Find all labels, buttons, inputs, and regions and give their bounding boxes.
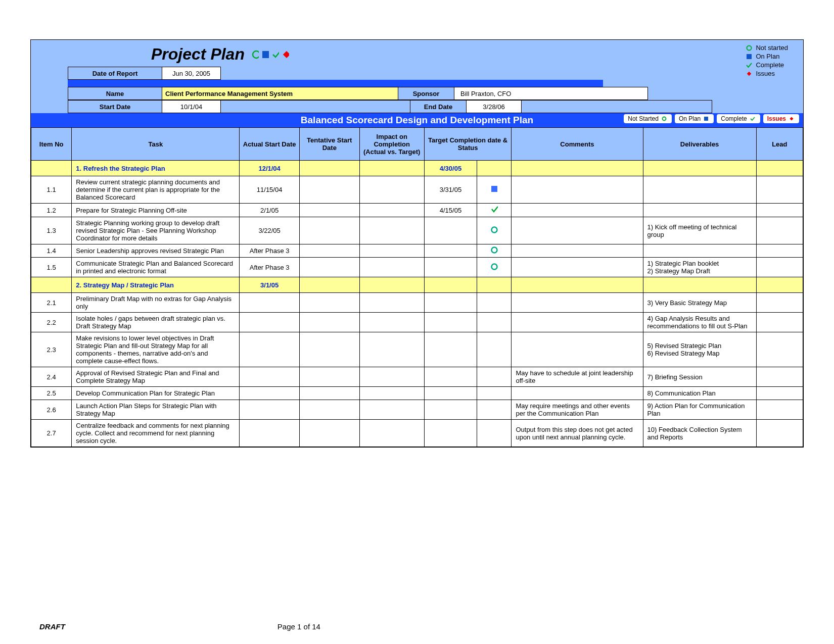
cell-comments — [512, 293, 643, 313]
cell-comments: May require meetings and other events pe… — [512, 400, 643, 420]
cell-item-no: 2.5 — [31, 387, 72, 400]
col-lead: Lead — [756, 128, 803, 161]
page-title: Project Plan — [151, 45, 245, 64]
cell-deliverables: 1) Kick off meeting of technical group — [643, 217, 756, 244]
circle-icon — [746, 44, 753, 52]
cell-item-no: 2.6 — [31, 400, 72, 420]
cell-target-date — [424, 332, 477, 367]
table-row: 2.6 Launch Action Plan Steps for Strateg… — [31, 400, 803, 420]
filler — [221, 101, 410, 113]
cell-lead — [756, 367, 803, 387]
table-row: 2.5 Develop Communication Plan for Strat… — [31, 387, 803, 400]
blue-divider — [68, 80, 603, 87]
cell-target-date — [424, 367, 477, 387]
cell-deliverables: 9) Action Plan for Communication Plan — [643, 400, 756, 420]
cell-deliverables — [643, 204, 756, 217]
filter-issues-button[interactable]: Issues — [763, 114, 799, 123]
cell-item-no: 1.3 — [31, 217, 72, 244]
cell-actual-start — [240, 387, 300, 400]
cell-item-no: 2.1 — [31, 293, 72, 313]
legend: Not started On Plan Complete Issues — [746, 43, 788, 78]
table-row: 1.3 Strategic Planning working group to … — [31, 217, 803, 244]
diamond-icon — [746, 70, 753, 77]
status-icon — [491, 263, 498, 270]
cell-actual-start — [240, 313, 300, 332]
cell-tentative-start — [299, 293, 359, 313]
svg-point-12 — [491, 264, 497, 269]
cell-status — [477, 204, 512, 217]
svg-point-3 — [747, 45, 752, 50]
cell-impact — [359, 387, 424, 400]
cell-lead — [756, 293, 803, 313]
cell-task: Communicate Strategic Plan and Balanced … — [72, 258, 240, 277]
cell-status — [477, 217, 512, 244]
diamond-icon — [282, 51, 289, 58]
cell-tentative-start — [299, 367, 359, 387]
diamond-icon — [788, 115, 795, 122]
cell-impact — [359, 420, 424, 447]
cell-lead — [756, 176, 803, 204]
cell-impact — [359, 367, 424, 387]
cell-tentative-start — [299, 176, 359, 204]
cell-impact — [359, 244, 424, 258]
cell-target-date — [424, 420, 477, 447]
check-icon — [749, 115, 756, 122]
status-icon — [491, 299, 498, 306]
cell-deliverables — [643, 244, 756, 258]
cell-comments — [512, 258, 643, 277]
cell-status — [477, 367, 512, 387]
table-row: 2.2 Isolate holes / gaps between draft s… — [31, 313, 803, 332]
cell-task: Prepare for Strategic Planning Off-site — [72, 204, 240, 217]
check-icon — [746, 62, 753, 69]
cell-comments — [512, 387, 643, 400]
cell-item-no: 1.4 — [31, 244, 72, 258]
cell-status — [477, 313, 512, 332]
svg-point-6 — [662, 117, 666, 121]
cell-item-no: 1.2 — [31, 204, 72, 217]
cell-task: Centralize feedback and comments for nex… — [72, 420, 240, 447]
cell-target-date — [424, 217, 477, 244]
table-row: 2.1 Preliminary Draft Map with no extras… — [31, 293, 803, 313]
svg-rect-7 — [704, 117, 708, 121]
cell-item-no: 2.7 — [31, 420, 72, 447]
svg-point-11 — [491, 247, 497, 253]
cell-comments — [512, 313, 643, 332]
col-tentative-start: Tentative Start Date — [299, 128, 359, 161]
cell-deliverables: 10) Feedback Collection System and Repor… — [643, 420, 756, 447]
cell-comments — [512, 204, 643, 217]
cell-impact — [359, 332, 424, 367]
table-row: 2.4 Approval of Revised Strategic Plan a… — [31, 367, 803, 387]
cell-item-no: 2.4 — [31, 367, 72, 387]
square-icon — [746, 53, 753, 60]
cell-impact — [359, 176, 424, 204]
end-date-value: 3/28/06 — [467, 101, 522, 113]
meta-block: Date of Report Jun 30, 2005 Name Client … — [68, 67, 794, 113]
col-item-no: Item No — [31, 128, 72, 161]
cell-deliverables: 1) Strategic Plan booklet2) Strategy Map… — [643, 258, 756, 277]
section-row: 1. Refresh the Strategic Plan 12/1/04 4/… — [31, 161, 803, 176]
cell-actual-start: After Phase 3 — [240, 258, 300, 277]
cell-item-no: 1.5 — [31, 258, 72, 277]
cell-tentative-start — [299, 217, 359, 244]
cell-comments — [512, 217, 643, 244]
cell-deliverables: 4) Gap Analysis Results and recommendati… — [643, 313, 756, 332]
table-row: 1.4 Senior Leadership approves revised S… — [31, 244, 803, 258]
status-icon — [491, 345, 498, 353]
cell-status — [477, 420, 512, 447]
filter-not-started-button[interactable]: Not Started — [624, 114, 672, 123]
filter-on-plan-button[interactable]: On Plan — [675, 114, 714, 123]
page: Project Plan Not started On Plan Complet… — [0, 0, 834, 644]
cell-task: Strategic Planning working group to deve… — [72, 217, 240, 244]
svg-point-10 — [491, 227, 497, 233]
cell-tentative-start — [299, 387, 359, 400]
cell-task: Launch Action Plan Steps for Strategic P… — [72, 400, 240, 420]
square-icon — [262, 51, 269, 58]
col-comments: Comments — [512, 128, 643, 161]
status-icon — [491, 185, 498, 192]
cell-actual-start: 11/15/04 — [240, 176, 300, 204]
cell-deliverables: 8) Communication Plan — [643, 387, 756, 400]
filter-complete-button[interactable]: Complete — [717, 114, 760, 123]
start-date-value: 10/1/04 — [162, 101, 221, 113]
col-impact: Impact on Completion (Actual vs. Target) — [359, 128, 424, 161]
svg-point-0 — [253, 51, 259, 58]
